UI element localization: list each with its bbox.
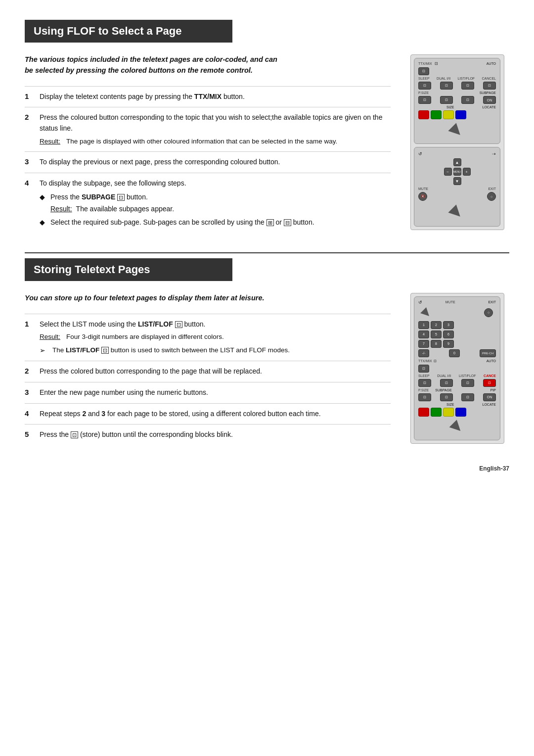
s2-step-1-content: Select the LIST mode using the LIST/FLOF… <box>40 319 391 356</box>
color-btn-red <box>418 110 429 119</box>
section1-steps: The various topics included in the telet… <box>25 54 391 233</box>
section2-intro: You can store up to four teletext pages … <box>25 293 287 304</box>
s2-step-4-num: 4 <box>25 409 33 418</box>
color-btn-yellow <box>443 110 454 119</box>
section2-steps: You can store up to four teletext pages … <box>25 293 391 445</box>
s2-step-1-result: Result: Four 3-digit numbers are display… <box>40 332 391 342</box>
s2-color-btn-green <box>431 408 442 417</box>
s2-color-btn-blue <box>455 408 466 417</box>
s2-step-5: 5 Press the ⊡ (store) button until the c… <box>25 424 391 445</box>
s2-color-btn-yellow <box>443 408 454 417</box>
step-1-num: 1 <box>25 92 33 100</box>
section1-content: The various topics included in the telet… <box>25 54 509 233</box>
remote-box-top: TTX/MIX ⊡ AUTO ⊡ SLEEP DUAL I/II LIST/FL… <box>410 54 504 230</box>
section2-title: Storing Teletext Pages <box>25 258 232 281</box>
step-3-content: To display the previous or next page, pr… <box>40 157 391 168</box>
step-2-content: Press the coloured button corresponding … <box>40 112 391 146</box>
section-storing: Storing Teletext Pages You can store up … <box>25 258 509 445</box>
remote-full-panel: ↺ MUTE EXIT ▶ ○ 123 456 789 <box>414 296 500 440</box>
page-number: English-37 <box>25 465 509 472</box>
step-1-content: Display the teletext contents page by pr… <box>40 92 391 102</box>
step-2: 2 Press the coloured button correspondin… <box>25 107 391 151</box>
section1-intro: The various topics included in the telet… <box>25 54 287 76</box>
s2-step-5-num: 5 <box>25 430 33 438</box>
step-3-num: 3 <box>25 157 33 166</box>
remote-box-full: ↺ MUTE EXIT ▶ ○ 123 456 789 <box>410 293 504 444</box>
color-btn-green <box>431 110 442 119</box>
note-arrow-icon: ➢ <box>40 345 48 356</box>
step-4-result1-label: Result: <box>50 204 72 214</box>
step-4-num: 4 <box>25 179 33 187</box>
s2-step-4-content: Repeat steps 2 and 3 for each page to be… <box>40 409 391 420</box>
section-divider <box>25 252 509 253</box>
step-4-bullet2: ◆ Select the required sub-page. Sub-page… <box>40 217 391 228</box>
bullet-diamond-1: ◆ <box>40 192 46 214</box>
s2-result-label: Result: <box>40 332 62 342</box>
color-btn-blue <box>455 110 466 119</box>
s2-note-text: The LIST/FLOF ⊡ button is used to switch… <box>52 345 290 356</box>
step-1: 1 Display the teletext contents page by … <box>25 86 391 107</box>
step-4-bullet1: ◆ Press the SUBPAGE ⊡ button. Result: Th… <box>40 192 391 214</box>
s2-step-2-num: 2 <box>25 367 33 375</box>
section-flof: Using FLOF to Select a Page The various … <box>25 20 509 233</box>
s2-step-4: 4 Repeat steps 2 and 3 for each page to … <box>25 403 391 425</box>
s2-step-1-num: 1 <box>25 320 33 328</box>
remote-top-panel: TTX/MIX ⊡ AUTO ⊡ SLEEP DUAL I/II LIST/FL… <box>414 58 500 144</box>
s2-step-2: 2 Press the colored button corresponding… <box>25 361 391 382</box>
nav-cross: ▲ − MENU + ▼ <box>444 158 471 186</box>
s2-color-btn-red <box>418 408 429 417</box>
step-4-bullet2-text: Select the required sub-page. Sub-pages … <box>50 217 314 228</box>
s2-step-3-num: 3 <box>25 388 33 396</box>
s2-step-3: 3 Enter the new page number using the nu… <box>25 382 391 403</box>
step-2-result-text: The page is displayed with other coloure… <box>66 137 337 147</box>
s2-step-5-content: Press the ⊡ (store) button until the cor… <box>40 429 391 440</box>
s2-step-2-content: Press the colored button corresponding t… <box>40 366 391 377</box>
step-4-content: To display the subpage, see the followin… <box>40 178 391 228</box>
s2-step-1: 1 Select the LIST mode using the LIST/FL… <box>25 314 391 361</box>
step-4: 4 To display the subpage, see the follow… <box>25 173 391 233</box>
remote-mid-panel: ↺ ⇢ ▲ − MENU + ▼ MUT <box>414 147 500 227</box>
section2-remote-col: ↺ MUTE EXIT ▶ ○ 123 456 789 <box>405 293 509 445</box>
num-grid: 123 456 789 <box>418 321 496 348</box>
bullet-diamond-2: ◆ <box>40 217 46 228</box>
step-4-bullet1-text: Press the SUBPAGE ⊡ button. Result: The … <box>50 192 174 214</box>
step-4-result1-text: The available subpages appear. <box>76 204 174 214</box>
section1-remote-col: TTX/MIX ⊡ AUTO ⊡ SLEEP DUAL I/II LIST/FL… <box>405 54 509 233</box>
step-3: 3 To display the previous or next page, … <box>25 151 391 173</box>
s2-result-text: Four 3-digit numbers are displayed in di… <box>66 332 224 342</box>
s2-note: ➢ The LIST/FLOF ⊡ button is used to swit… <box>40 345 391 356</box>
s2-step-3-content: Enter the new page number using the nume… <box>40 387 391 398</box>
step-2-result: Result: The page is displayed with other… <box>40 137 391 147</box>
step-2-num: 2 <box>25 113 33 121</box>
step-2-result-label: Result: <box>40 137 62 147</box>
section1-title: Using FLOF to Select a Page <box>25 20 232 43</box>
section2-content: You can store up to four teletext pages … <box>25 293 509 445</box>
